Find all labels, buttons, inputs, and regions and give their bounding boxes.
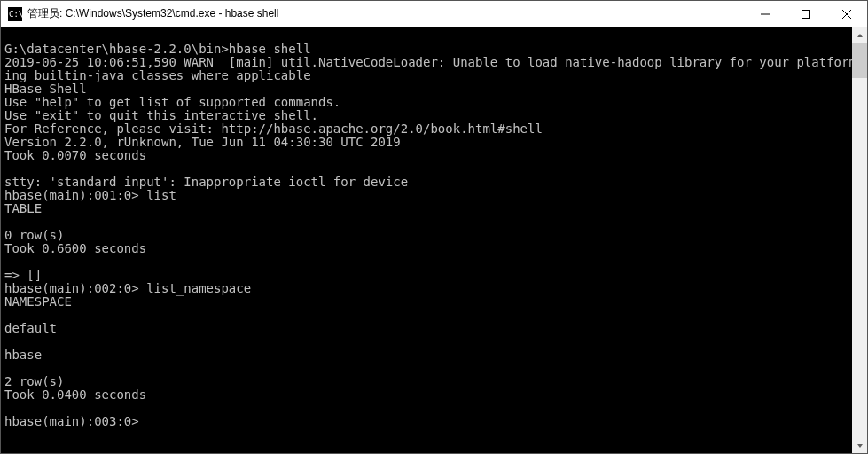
scroll-track[interactable]	[852, 43, 867, 438]
cmd-icon: C:\	[8, 7, 22, 21]
scrollbar[interactable]	[852, 27, 867, 453]
svg-text:C:\: C:\	[9, 10, 22, 19]
svg-rect-3	[802, 10, 810, 18]
window-title: 管理员: C:\Windows\System32\cmd.exe - hbase…	[27, 6, 745, 21]
maximize-button[interactable]	[786, 1, 826, 27]
scroll-down-button[interactable]	[852, 438, 867, 453]
titlebar: C:\ 管理员: C:\Windows\System32\cmd.exe - h…	[1, 1, 867, 27]
terminal: G:\datacenter\hbase-2.2.0\bin>hbase shel…	[1, 27, 867, 453]
scroll-up-button[interactable]	[852, 27, 867, 43]
terminal-output[interactable]: G:\datacenter\hbase-2.2.0\bin>hbase shel…	[1, 27, 852, 453]
window-controls	[745, 1, 867, 27]
minimize-button[interactable]	[745, 1, 786, 27]
scroll-thumb[interactable]	[852, 43, 867, 78]
close-button[interactable]	[826, 1, 867, 27]
